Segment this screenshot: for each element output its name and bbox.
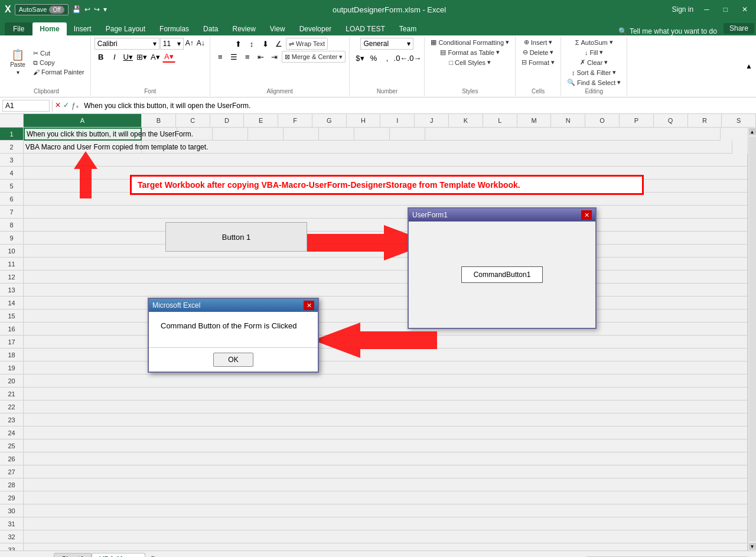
row-num-14[interactable]: 14 [0, 297, 23, 310]
delete-button[interactable]: ⊖ Delete▾ [520, 48, 556, 57]
cell-A6[interactable] [24, 193, 748, 206]
col-header-L[interactable]: L [483, 114, 517, 127]
next-sheet-button[interactable]: ► [29, 555, 40, 558]
cell-A9[interactable] [24, 232, 748, 245]
copy-button[interactable]: ⧉ Copy [31, 58, 87, 67]
row-num-24[interactable]: 24 [0, 426, 23, 439]
tab-team[interactable]: Team [392, 22, 423, 35]
row-num-13[interactable]: 13 [0, 284, 23, 297]
col-header-S[interactable]: S [722, 114, 756, 127]
cell-A12[interactable] [24, 271, 748, 284]
scroll-track[interactable] [749, 136, 756, 542]
row-num-5[interactable]: 5 [0, 180, 23, 193]
middle-align-icon[interactable]: ↕ [245, 38, 258, 50]
formula-input[interactable] [82, 100, 754, 111]
scroll-left-button[interactable]: ◄ [579, 555, 586, 558]
bold-button[interactable]: B [94, 51, 107, 63]
font-size-dropdown[interactable]: 11▾ [160, 38, 184, 50]
tab-page-layout[interactable]: Page Layout [99, 22, 152, 35]
undo-icon[interactable]: ↩ [84, 5, 90, 14]
tab-review[interactable]: Review [225, 22, 262, 35]
cell-A15[interactable] [24, 310, 748, 323]
paste-button[interactable]: 📋 Paste ▾ [6, 47, 30, 78]
cell-A8[interactable] [24, 219, 748, 232]
sheet-tab-sheet1[interactable]: Sheet1 [54, 553, 92, 557]
cancel-formula-icon[interactable]: ✕ [55, 101, 61, 110]
cell-A7[interactable] [24, 206, 748, 219]
cell-F1[interactable] [284, 128, 319, 141]
cell-G1[interactable] [319, 128, 354, 141]
cell-A17[interactable] [24, 335, 748, 348]
row-num-18[interactable]: 18 [0, 348, 23, 361]
tab-view[interactable]: View [263, 22, 292, 35]
center-align-icon[interactable]: ☰ [227, 51, 240, 63]
sheet-tab-vba-macro[interactable]: VBA-Macro [92, 553, 145, 557]
conditional-formatting-button[interactable]: ▦ Conditional Formatting▾ [428, 38, 511, 47]
cell-A14[interactable] [24, 297, 748, 310]
cell-A30[interactable] [24, 504, 748, 517]
row-num-21[interactable]: 21 [0, 387, 23, 400]
scroll-down-button[interactable]: ▼ [749, 543, 756, 550]
underline-button[interactable]: U▾ [122, 51, 135, 63]
top-align-icon[interactable]: ⬆ [232, 38, 245, 50]
row-num-29[interactable]: 29 [0, 491, 23, 504]
row-num-26[interactable]: 26 [0, 452, 23, 465]
row-num-30[interactable]: 30 [0, 504, 23, 517]
autosum-button[interactable]: Σ AutoSum▾ [573, 38, 615, 47]
decrease-indent-icon[interactable]: ⇤ [255, 51, 268, 63]
cell-A28[interactable] [24, 478, 748, 491]
increase-decimal-icon[interactable]: .0→ [408, 52, 421, 64]
row-num-31[interactable]: 31 [0, 517, 23, 530]
format-button[interactable]: ⊟ Format▾ [519, 58, 557, 67]
col-header-J[interactable]: J [415, 114, 449, 127]
first-sheet-button[interactable]: |◄ [2, 555, 15, 558]
row-num-28[interactable]: 28 [0, 478, 23, 491]
cell-B1[interactable] [142, 128, 177, 141]
prev-sheet-button[interactable]: ◄ [17, 555, 28, 558]
add-sheet-button[interactable]: ⊕ [145, 552, 160, 557]
row-num-23[interactable]: 23 [0, 413, 23, 426]
cell-C1[interactable] [177, 128, 213, 141]
cell-J1[interactable] [425, 128, 721, 141]
share-button[interactable]: Share [724, 23, 754, 34]
cell-A2[interactable]: VBA Macro and User Form copied from temp… [24, 141, 142, 154]
format-as-table-button[interactable]: ▤ Format as Table▾ [438, 48, 502, 57]
find-select-button[interactable]: 🔍 Find & Select▾ [565, 78, 623, 87]
cell-A18[interactable] [24, 348, 748, 361]
autosave-toggle[interactable]: Off [49, 6, 64, 14]
wrap-text-button[interactable]: ⇌ Wrap Text [286, 38, 328, 50]
cell-A5[interactable] [24, 180, 748, 193]
row-num-17[interactable]: 17 [0, 335, 23, 348]
cell-A16[interactable] [24, 323, 748, 335]
cell-E1[interactable] [248, 128, 284, 141]
cell-A4[interactable] [24, 167, 748, 180]
col-header-D[interactable]: D [210, 114, 245, 127]
clear-button[interactable]: ✗ Clear▾ [578, 58, 610, 67]
signin-label[interactable]: Sign in [672, 5, 694, 14]
decrease-decimal-icon[interactable]: .0← [394, 52, 407, 64]
row-num-22[interactable]: 22 [0, 400, 23, 413]
format-painter-button[interactable]: 🖌 Format Painter [31, 68, 87, 76]
row-num-10[interactable]: 10 [0, 245, 23, 258]
decrease-font-icon[interactable]: A↓ [195, 38, 206, 50]
minimize-icon[interactable]: ─ [700, 4, 713, 15]
fill-button[interactable]: ↓ Fill▾ [582, 48, 606, 57]
col-header-C[interactable]: C [176, 114, 210, 127]
right-align-icon[interactable]: ≡ [241, 51, 254, 63]
corner-cell[interactable] [0, 114, 24, 127]
border-button[interactable]: ⊞▾ [135, 51, 148, 63]
left-align-icon[interactable]: ≡ [214, 51, 227, 63]
row-num-1[interactable]: 1 [0, 128, 23, 141]
cell-A27[interactable] [24, 465, 748, 478]
scroll-up-button[interactable]: ▲ [749, 128, 756, 135]
fill-color-button[interactable]: A▾ [149, 51, 162, 63]
col-header-A[interactable]: A [24, 114, 142, 127]
row-num-16[interactable]: 16 [0, 323, 23, 335]
row-num-7[interactable]: 7 [0, 206, 23, 219]
comma-button[interactable]: , [380, 52, 393, 64]
row-num-19[interactable]: 19 [0, 361, 23, 374]
cell-A21[interactable] [24, 387, 748, 400]
cell-A13[interactable] [24, 284, 748, 297]
cell-A31[interactable] [24, 517, 748, 530]
text-angle-icon[interactable]: ∠ [272, 38, 285, 50]
